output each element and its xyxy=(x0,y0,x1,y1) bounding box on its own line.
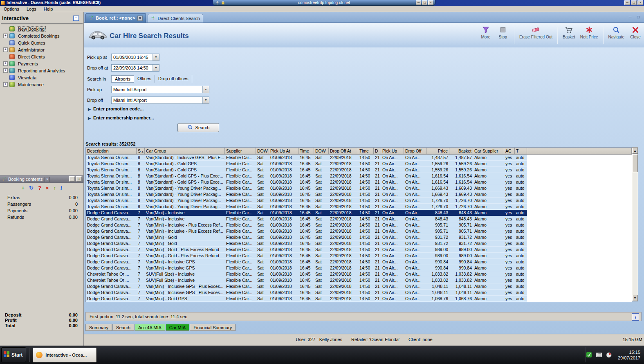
start-button[interactable]: Start xyxy=(1,347,26,362)
table-row[interactable]: Dodge Grand Carava...7Van(Mini) - Inclus… xyxy=(86,222,632,228)
table-row[interactable]: Toyota Sienna Or sim...8Van(Standard) - … xyxy=(86,161,632,167)
toolbar-basket[interactable]: Basket xyxy=(563,26,575,39)
expand-plus-icon[interactable]: + xyxy=(3,82,8,87)
rdp-restore-button[interactable]: □ xyxy=(422,0,427,5)
table-row[interactable]: Dodge Grand Carava...7Van(Mini) - Inclus… xyxy=(86,228,632,234)
rdp-minimize-button[interactable]: ─ xyxy=(416,0,421,5)
table-row[interactable]: Toyota Sienna Or sim...8Van(Standard) - … xyxy=(86,185,632,191)
expand-plus-icon[interactable]: + xyxy=(3,68,8,73)
tray-status-icon[interactable] xyxy=(606,352,612,358)
table-row[interactable]: Dodge Grand Carava...7Van(Mini) - Inclus… xyxy=(86,259,632,265)
sidebar-item-quick-quotes[interactable]: Quick Quotes xyxy=(0,39,83,46)
toolbar-more[interactable]: More xyxy=(480,26,492,39)
window-restore-button[interactable]: □ xyxy=(631,0,637,5)
delete-icon[interactable]: × xyxy=(46,185,49,191)
refresh-icon[interactable]: ↻ xyxy=(29,185,34,191)
table-row[interactable]: Toyota Sienna Or sim...8Van(Standard) - … xyxy=(86,204,632,210)
column-header-basket-14[interactable]: Basket xyxy=(449,148,473,155)
column-header-ac-16[interactable]: AC xyxy=(504,148,515,155)
menu-help[interactable]: Help xyxy=(40,7,57,11)
table-row[interactable]: Chevrolet Tahoe Or ...7SUV(Full Size) - … xyxy=(86,271,632,277)
expand-plus-icon[interactable]: + xyxy=(3,61,8,66)
chevron-down-icon[interactable]: ▼ xyxy=(202,97,209,103)
scroll-down-icon[interactable]: ▼ xyxy=(632,295,638,301)
table-row[interactable]: Toyota Sienna Or sim...8Van(Standard) - … xyxy=(86,191,632,198)
column-header-car-group-2[interactable]: Car Group xyxy=(145,148,225,155)
column-header-pick-up-at-5[interactable]: Pick Up At xyxy=(269,148,298,155)
sidebar-item-reporting-and-analytics[interactable]: +Reporting and Analytics xyxy=(0,67,83,74)
search-in-airports[interactable]: Airports xyxy=(111,75,134,83)
toolbar-nett-price[interactable]: Nett Price xyxy=(580,26,598,39)
bottom-tab-financial-summary[interactable]: Financial Summary xyxy=(190,324,236,331)
booking-restore-button[interactable]: □ xyxy=(76,176,82,182)
sidebar-item-completed-bookings[interactable]: +Completed Bookings xyxy=(0,32,83,39)
table-row[interactable]: Dodge Grand Carava...7Van(Mini) - GoldFl… xyxy=(86,234,632,240)
column-header-car-supplier-15[interactable]: Car Supplier xyxy=(473,148,504,155)
column-header-supplier-3[interactable]: Supplier xyxy=(225,148,256,155)
column-header-time-6[interactable]: Time xyxy=(298,148,314,155)
column-header-price-13[interactable]: Price xyxy=(426,148,449,155)
scrollbar-thumb[interactable] xyxy=(632,154,638,172)
column-header-dow-7[interactable]: DOW xyxy=(314,148,329,155)
chevron-down-icon[interactable]: ▼ xyxy=(202,86,209,93)
table-row[interactable]: Chevrolet Tahoe Or ...7SUV(Full Size) - … xyxy=(86,277,632,283)
table-row[interactable]: Dodge Grand Carava...7Van(Mini) - Inclus… xyxy=(86,290,632,296)
table-row[interactable]: Dodge Grand Carava...7Van(Mini) - Gold -… xyxy=(86,247,632,253)
scroll-up-icon[interactable]: ▲ xyxy=(632,148,638,154)
menu-options[interactable]: Options xyxy=(0,7,23,11)
sidebar-item-direct-clients[interactable]: Direct Clients xyxy=(0,53,83,60)
help-icon[interactable]: ? xyxy=(38,185,41,191)
table-row[interactable]: Toyota Sienna Or sim...8Van(Standard) - … xyxy=(86,173,632,179)
toolbar-close[interactable]: Close xyxy=(629,26,642,39)
chevron-down-icon[interactable]: ▼ xyxy=(153,65,159,71)
column-header-drop-off-at-8[interactable]: Drop Off At xyxy=(329,148,358,155)
booking-close-icon[interactable]: × xyxy=(45,177,50,182)
promotion-code-toggle[interactable]: ▶Enter promotion code... xyxy=(88,106,144,111)
toolbar-erase-filtered-out[interactable]: Erase Filtered Out xyxy=(519,26,552,39)
chevron-down-icon[interactable]: ▼ xyxy=(153,54,159,61)
move-up-icon[interactable]: ↑ xyxy=(53,185,56,191)
vertical-scrollbar[interactable]: ▲ ▼ xyxy=(632,147,638,301)
column-header-d-10[interactable]: D xyxy=(374,148,381,155)
table-row[interactable]: Dodge Grand Carava...7Van(Mini) - Inclus… xyxy=(86,210,632,216)
add-icon[interactable]: + xyxy=(21,185,25,191)
table-row[interactable]: Dodge Grand Carava...7Van(Mini) - Gold G… xyxy=(86,296,632,302)
column-header-time-9[interactable]: Time xyxy=(358,148,374,155)
column-header-dow-4[interactable]: DOW xyxy=(256,148,269,155)
mdi-minimize-button[interactable]: ─ xyxy=(627,14,633,20)
toolbar-navigate[interactable]: Navigate xyxy=(608,26,624,39)
table-row[interactable]: Dodge Grand Carava...7Van(Mini) - Gold -… xyxy=(86,253,632,259)
sidebar-item-maintenance[interactable]: +Maintenance xyxy=(0,81,83,88)
column-header-pick-up-11[interactable]: Pick Up xyxy=(381,148,404,155)
sidebar-item-new-booking[interactable]: New Booking xyxy=(0,25,83,32)
sidebar-item-administrator[interactable]: +Administrator xyxy=(0,46,83,53)
tab-direct-clients-search[interactable]: Direct Clients Search xyxy=(148,14,203,22)
membership-number-toggle[interactable]: ▶Enter membership number... xyxy=(88,115,154,120)
bottom-tab-search[interactable]: Search xyxy=(112,324,134,331)
sidebar-collapse-button[interactable]: − xyxy=(73,16,79,21)
dropoff-at-field[interactable]: 22/09/2018 14:50 ▼ xyxy=(111,64,159,72)
tab-book-ref-none[interactable]: Book. ref.: <none>× xyxy=(85,13,146,22)
booking-minimize-button[interactable]: ─ xyxy=(69,176,75,182)
table-row[interactable]: Dodge Grand Carava...7Van(Mini) - GoldFl… xyxy=(86,240,632,247)
table-row[interactable]: Toyota Sienna Or sim...8Van(Standard) - … xyxy=(86,167,632,173)
info-button[interactable]: i xyxy=(632,313,639,321)
menu-logs[interactable]: Logs xyxy=(23,7,40,11)
bottom-tab-car-mia[interactable]: Car MIA xyxy=(166,324,189,331)
column-header-s-1[interactable]: S▲ xyxy=(137,148,145,155)
search-in-drop-off-offices[interactable]: Drop off offices xyxy=(155,75,192,83)
pickup-at-field[interactable]: 01/09/2018 16:45 ▼ xyxy=(111,54,159,61)
table-row[interactable]: Dodge Grand Carava...7Van(Mini) - Inclus… xyxy=(86,283,632,290)
search-button[interactable]: Search xyxy=(177,123,219,132)
column-header-drop-off-12[interactable]: Drop Off xyxy=(404,148,426,155)
info-icon[interactable]: i xyxy=(61,185,62,191)
expand-plus-icon[interactable]: + xyxy=(3,34,8,38)
column-header-description-0[interactable]: Description xyxy=(86,148,137,155)
window-minimize-button[interactable]: ─ xyxy=(624,0,630,5)
pickup-combo[interactable]: Miami Intl Airport ▼ xyxy=(111,86,209,93)
bottom-tab-summary[interactable]: Summary xyxy=(85,324,112,331)
table-row[interactable]: Dodge Grand Carava...7Van(Mini) - Inclus… xyxy=(86,265,632,271)
bottom-tab-acc-4a-mia[interactable]: Acc 4A MIA xyxy=(135,324,165,331)
toolbar-stop[interactable]: Stop xyxy=(497,26,509,39)
column-header-t-17[interactable]: T xyxy=(515,148,527,155)
